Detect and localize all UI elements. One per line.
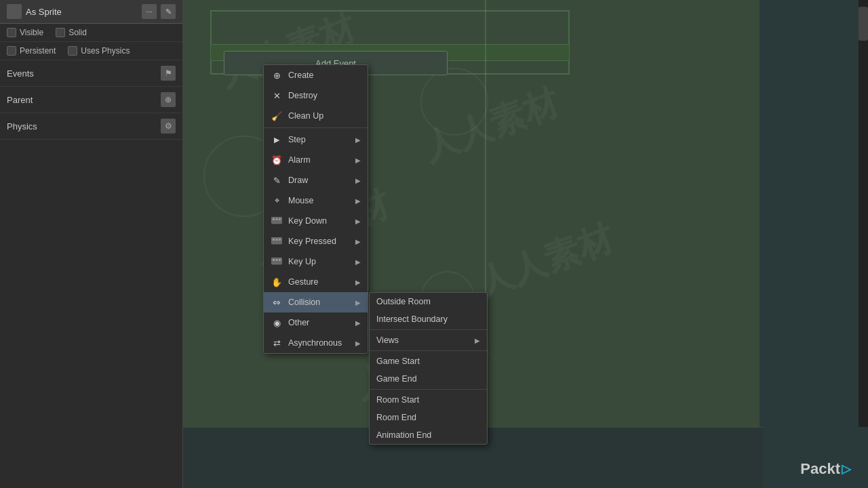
alarm-icon: ⏰ — [271, 154, 283, 166]
step-arrow: ▶ — [355, 136, 361, 144]
submenu-game-start[interactable]: Game Start — [370, 352, 487, 370]
gesture-icon: ✋ — [271, 276, 283, 288]
panel-title: As Sprite — [26, 7, 138, 17]
submenu-room-start[interactable]: Room Start — [370, 391, 487, 409]
svg-rect-3 — [279, 218, 281, 220]
menu-item-collision[interactable]: ⇔ Collision ▶ Outside Room Intersect Bou… — [264, 292, 368, 312]
menu-item-create[interactable]: ⊕ Create — [264, 65, 368, 85]
watermark-4: 人人素材 — [471, 215, 619, 308]
left-panel: As Sprite ··· ✎ Visible Solid Persistent… — [0, 0, 183, 488]
submenu-divider-2 — [370, 350, 487, 351]
menu-item-keypressed[interactable]: Key Pressed ▶ — [264, 231, 368, 251]
packt-text: Packt — [800, 460, 840, 478]
gesture-arrow: ▶ — [355, 279, 361, 286]
keyup-icon — [271, 256, 283, 268]
events-icon: ⚑ — [161, 66, 176, 81]
submenu-divider-1 — [370, 329, 487, 330]
physics-section[interactable]: Physics ⚙ — [0, 113, 182, 140]
watermark-2: 人人素材 — [416, 79, 565, 172]
svg-rect-7 — [279, 239, 281, 241]
collision-submenu: Outside Room Intersect Boundary Views ▶ … — [369, 292, 488, 445]
persistent-checkbox-label[interactable]: Persistent — [7, 46, 56, 56]
visible-checkbox[interactable] — [7, 28, 16, 37]
panel-header: As Sprite ··· ✎ — [0, 0, 182, 24]
packt-logo-container: Packt ▷ — [800, 460, 851, 478]
views-arrow: ▶ — [475, 337, 480, 344]
async-arrow: ▶ — [355, 340, 361, 347]
context-menu: ⊕ Create ✕ Destroy 🧹 Clean Up ▶ Step ▶ ⏰… — [263, 64, 368, 354]
svg-rect-1 — [273, 218, 275, 220]
parent-section[interactable]: Parent ⊕ — [0, 87, 182, 113]
keydown-arrow: ▶ — [355, 218, 361, 225]
menu-item-async[interactable]: ⇄ Asynchronous ▶ — [264, 333, 368, 353]
svg-rect-6 — [276, 239, 278, 241]
submenu-outside-room[interactable]: Outside Room — [370, 293, 487, 310]
solid-checkbox[interactable] — [56, 28, 65, 37]
physics-icon: ⚙ — [161, 119, 176, 134]
menu-item-step[interactable]: ▶ Step ▶ — [264, 129, 368, 150]
menu-item-keydown[interactable]: Key Down ▶ — [264, 211, 368, 231]
parent-icon: ⊕ — [161, 92, 176, 107]
keyup-arrow: ▶ — [355, 258, 361, 266]
persistent-row: Persistent Uses Physics — [0, 42, 182, 60]
visible-row: Visible Solid — [0, 24, 182, 42]
step-icon: ▶ — [271, 134, 283, 146]
menu-item-alarm[interactable]: ⏰ Alarm ▶ — [264, 150, 368, 170]
submenu-room-end[interactable]: Room End — [370, 409, 487, 426]
uses-physics-checkbox[interactable] — [68, 46, 77, 56]
wm-circle-3 — [420, 68, 488, 136]
events-section[interactable]: Events ⚑ — [0, 60, 182, 87]
persistent-checkbox[interactable] — [7, 46, 16, 56]
submenu-animation-end[interactable]: Animation End — [370, 426, 487, 444]
keypressed-icon — [271, 235, 283, 247]
menu-item-draw[interactable]: ✎ Draw ▶ — [264, 170, 368, 190]
destroy-icon: ✕ — [271, 89, 283, 102]
other-icon: ◉ — [271, 317, 283, 329]
svg-rect-9 — [273, 259, 275, 261]
submenu-views[interactable]: Views ▶ — [370, 331, 487, 349]
menu-item-destroy[interactable]: ✕ Destroy — [264, 85, 368, 106]
scrollbar-track[interactable] — [859, 0, 868, 427]
panel-menu-btn[interactable]: ··· — [142, 4, 157, 19]
mouse-arrow: ▶ — [355, 197, 361, 205]
collision-icon: ⇔ — [271, 296, 283, 308]
keydown-icon — [271, 215, 283, 227]
alarm-arrow: ▶ — [355, 157, 361, 164]
mouse-icon: ⌖ — [271, 195, 283, 207]
submenu-intersect-boundary[interactable]: Intersect Boundary — [370, 310, 487, 328]
svg-rect-2 — [276, 218, 278, 220]
sprite-icon — [7, 4, 22, 19]
svg-rect-11 — [279, 259, 281, 261]
menu-item-other[interactable]: ◉ Other ▶ — [264, 312, 368, 333]
scrollbar-thumb[interactable] — [859, 7, 868, 41]
draw-arrow: ▶ — [355, 177, 361, 184]
menu-item-cleanup[interactable]: 🧹 Clean Up — [264, 106, 368, 126]
create-icon: ⊕ — [271, 69, 283, 81]
draw-icon: ✎ — [271, 174, 283, 186]
menu-item-gesture[interactable]: ✋ Gesture ▶ — [264, 272, 368, 292]
solid-checkbox-label[interactable]: Solid — [56, 28, 87, 37]
panel-edit-btn[interactable]: ✎ — [161, 4, 176, 19]
cleanup-icon: 🧹 — [271, 110, 283, 122]
other-arrow: ▶ — [355, 319, 361, 327]
menu-item-keyup[interactable]: Key Up ▶ — [264, 251, 368, 272]
async-icon: ⇄ — [271, 337, 283, 349]
svg-rect-10 — [276, 259, 278, 261]
submenu-divider-3 — [370, 389, 487, 390]
svg-rect-5 — [273, 239, 275, 241]
submenu-game-end[interactable]: Game End — [370, 370, 487, 388]
keypressed-arrow: ▶ — [355, 238, 361, 245]
uses-physics-checkbox-label[interactable]: Uses Physics — [68, 46, 130, 56]
collision-arrow: ▶ — [355, 299, 361, 306]
menu-divider-1 — [264, 127, 368, 128]
visible-checkbox-label[interactable]: Visible — [7, 28, 43, 37]
menu-item-mouse[interactable]: ⌖ Mouse ▶ — [264, 190, 368, 211]
packt-arrow-icon: ▷ — [842, 462, 851, 476]
